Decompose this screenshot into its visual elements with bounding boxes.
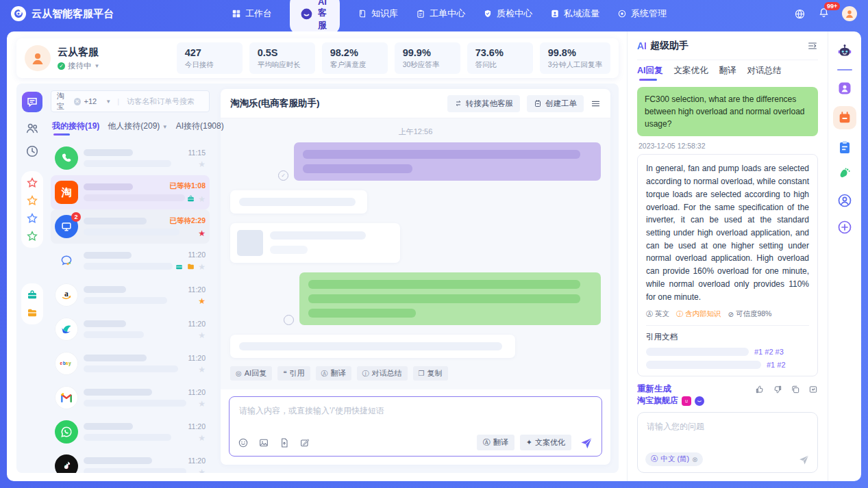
visitor-search-input[interactable] (125, 97, 203, 106)
right-icon-rail (828, 31, 861, 481)
star-toggle[interactable]: ★ (198, 297, 206, 305)
confidence-tag: ⊘可信度98% (728, 309, 772, 319)
briefcase-icon[interactable] (26, 289, 38, 301)
language-selector-chip[interactable]: Ⓐ 中文 (简) ⊗ (645, 452, 703, 466)
nav-item-ticket-center[interactable]: 工单中心 (416, 8, 465, 20)
ai-answer-text: In general, fan and pump loads are selec… (646, 162, 809, 303)
customer-service-icon[interactable] (836, 192, 854, 209)
star-toggle[interactable]: ★ (198, 331, 206, 339)
conversation-item-wechat[interactable]: 11:20 ★ (51, 244, 210, 278)
conversation-item-taobao[interactable]: 淘 已等待1:08 ★ (51, 175, 210, 209)
history-clock-icon[interactable] (25, 144, 40, 159)
send-button[interactable] (580, 436, 593, 450)
tab-others-conversations[interactable]: 他人接待(209) ▼ (108, 120, 167, 136)
clipboard-blue-icon[interactable] (836, 138, 854, 156)
chat-bubble-icon (26, 96, 38, 108)
copy-chip[interactable]: ❐复制 (413, 366, 448, 381)
globe-icon[interactable] (794, 8, 806, 20)
star-orange-icon[interactable] (26, 194, 38, 207)
unread-badge: 2 (71, 212, 81, 222)
contacts-icon[interactable] (25, 120, 40, 136)
star-toggle[interactable]: ★ (198, 263, 206, 271)
image-icon[interactable] (258, 437, 269, 448)
svg-text:y: y (69, 361, 71, 366)
reference-links[interactable]: #1 #2 #3 (754, 348, 784, 356)
shop-bot-purple-icon[interactable] (695, 396, 704, 406)
thumbs-down-icon[interactable] (773, 385, 782, 394)
contact-card-icon[interactable] (836, 79, 854, 97)
conversation-item-desktop[interactable]: 2 已等待2:29★ (51, 209, 210, 244)
copy-optimize-button[interactable]: ✦文案优化 (520, 435, 571, 450)
summary-chip[interactable]: ⓘ对话总结 (357, 366, 408, 381)
tab-conversation-summary[interactable]: 对话总结 (747, 65, 782, 81)
remove-language-icon[interactable]: ⊗ (692, 456, 697, 463)
emoji-icon[interactable] (238, 437, 249, 448)
compose-pen-icon[interactable] (299, 437, 310, 448)
product-card[interactable] (230, 223, 400, 263)
transfer-button[interactable]: 转接其他客服 (447, 95, 520, 112)
assistant-send-button[interactable] (798, 454, 810, 465)
tab-translate[interactable]: 翻译 (719, 65, 736, 81)
tab-ai-reply[interactable]: AI回复 (637, 65, 663, 81)
translate-button[interactable]: Ⓐ翻译 (477, 435, 514, 450)
nav-item-knowledge-base[interactable]: 知识库 (358, 8, 398, 20)
conversation-item-amazon[interactable]: a 11:20★ (51, 278, 210, 312)
ai-reply-chip[interactable]: ◎AI回复 (230, 366, 272, 381)
calendar-icon-active[interactable] (833, 106, 856, 129)
chevron-down-icon[interactable]: ▼ (106, 99, 111, 105)
quote-chip[interactable]: ❝引用 (277, 366, 310, 381)
tab-my-conversations[interactable]: 我的接待(19) (52, 120, 99, 136)
shop-bot-pink-icon[interactable] (682, 396, 691, 406)
agent-status-selector[interactable]: ✓ 接待中 ▼ (58, 61, 99, 71)
conversation-item-tiktok[interactable]: 11:20★ (51, 449, 210, 473)
conversations-tab-icon[interactable] (22, 92, 42, 112)
nav-item-qc-center[interactable]: 质检中心 (483, 8, 532, 20)
file-upload-icon[interactable] (279, 437, 290, 448)
nav-item-private-traffic[interactable]: 私域流量 (550, 8, 599, 20)
chat-more-menu[interactable] (591, 99, 601, 109)
message-input[interactable] (238, 404, 593, 435)
star-toggle[interactable]: ★ (198, 229, 206, 237)
nav-item-system-management[interactable]: 系统管理 (617, 8, 667, 20)
ai-robot-icon[interactable] (836, 42, 854, 60)
notifications[interactable]: 99+ (818, 7, 830, 21)
assistant-tabs: AI回复 文案优化 翻译 对话总结 (637, 60, 818, 86)
user-avatar[interactable] (842, 6, 857, 21)
star-toggle[interactable]: ★ (198, 195, 206, 203)
conversation-item-phone[interactable]: 11:15★ (51, 141, 210, 175)
insert-reply-icon[interactable] (808, 385, 818, 394)
regenerate-button[interactable]: 重新生成 (637, 383, 671, 395)
star-blue-icon[interactable] (26, 212, 38, 224)
add-plus-icon[interactable] (836, 218, 854, 236)
star-green-icon[interactable] (26, 230, 38, 242)
nav-item-workbench[interactable]: 工作台 (232, 8, 272, 20)
conversation-item-ebay[interactable]: ebay 11:20★ (51, 346, 210, 381)
thumbs-up-icon[interactable] (755, 385, 765, 394)
star-toggle[interactable]: ★ (198, 400, 206, 408)
reference-links[interactable]: #1 #2 (767, 361, 786, 369)
channel-filter-select[interactable]: 淘宝 (57, 91, 71, 112)
conversation-item-bird-app[interactable]: 11:20★ (51, 312, 210, 346)
message-area: 上午12:56 ✓ (221, 118, 610, 389)
footprint-icon[interactable] (836, 165, 854, 183)
star-red-icon[interactable] (26, 177, 38, 189)
star-toggle[interactable]: ★ (198, 365, 206, 374)
nav-item-ai-service-active[interactable]: AI客服 (290, 0, 340, 35)
conversation-item-whatsapp[interactable]: 11:20★ (51, 415, 210, 449)
conversation-item-gmail[interactable]: 11:20★ (51, 381, 210, 415)
copy-icon[interactable] (791, 385, 800, 394)
star-toggle[interactable]: ★ (198, 434, 206, 442)
tab-ai-conversations[interactable]: AI接待(1908) (176, 120, 224, 136)
tab-copy-optimize[interactable]: 文案优化 (674, 65, 708, 81)
star-toggle[interactable]: ★ (198, 468, 206, 474)
person-icon (29, 50, 46, 66)
folder-icon[interactable] (26, 307, 38, 319)
create-ticket-button[interactable]: 创建工单 (527, 95, 584, 112)
phone-icon (60, 151, 73, 165)
star-toggle[interactable]: ★ (198, 160, 206, 168)
conversation-time: 11:20 (188, 354, 206, 362)
stat-satisfaction: 98.2% 客户满意度 (322, 42, 388, 74)
panel-collapse-button[interactable] (807, 40, 818, 51)
translate-chip[interactable]: Ⓐ翻译 (316, 366, 351, 381)
assistant-question-input[interactable] (645, 420, 810, 452)
